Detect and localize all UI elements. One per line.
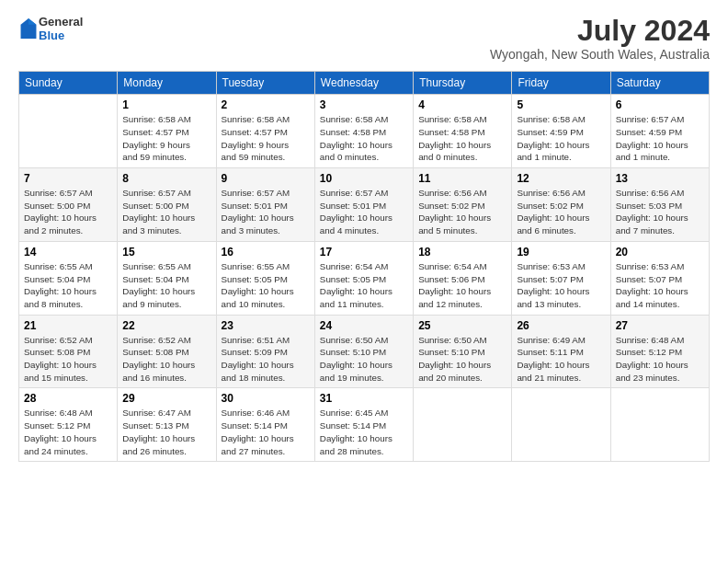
day-number: 13: [616, 172, 704, 185]
day-info: Sunrise: 6:45 AMSunset: 5:14 PMDaylight:…: [320, 407, 408, 457]
day-info: Sunrise: 6:46 AMSunset: 5:14 PMDaylight:…: [222, 407, 310, 457]
calendar-cell: 31Sunrise: 6:45 AMSunset: 5:14 PMDayligh…: [314, 388, 413, 462]
day-number: 20: [616, 246, 704, 259]
day-number: 7: [24, 172, 112, 185]
day-info: Sunrise: 6:58 AMSunset: 4:59 PMDaylight:…: [517, 113, 605, 164]
day-number: 29: [122, 392, 210, 405]
weekday-monday: Monday: [118, 72, 216, 95]
day-info: Sunrise: 6:55 AMSunset: 5:04 PMDaylight:…: [122, 260, 210, 311]
day-number: 4: [418, 98, 506, 111]
weekday-thursday: Thursday: [414, 72, 512, 95]
day-number: 12: [517, 172, 605, 185]
day-info: Sunrise: 6:57 AMSunset: 5:01 PMDaylight:…: [222, 187, 310, 237]
day-info: Sunrise: 6:58 AMSunset: 4:57 PMDaylight:…: [122, 113, 210, 164]
day-number: 19: [517, 246, 605, 259]
day-info: Sunrise: 6:50 AMSunset: 5:10 PMDaylight:…: [320, 334, 408, 385]
calendar-cell: 17Sunrise: 6:54 AMSunset: 5:05 PMDayligh…: [314, 241, 413, 315]
day-info: Sunrise: 6:53 AMSunset: 5:07 PMDaylight:…: [616, 260, 704, 311]
month-year: July 2024: [490, 15, 710, 47]
logo-general-text: General: [39, 15, 83, 29]
day-info: Sunrise: 6:47 AMSunset: 5:13 PMDaylight:…: [122, 407, 210, 457]
weekday-sunday: Sunday: [19, 72, 118, 95]
weekday-header-row: Sunday Monday Tuesday Wednesday Thursday…: [19, 72, 710, 95]
day-info: Sunrise: 6:52 AMSunset: 5:08 PMDaylight:…: [24, 334, 112, 385]
day-number: 23: [222, 319, 310, 332]
calendar-cell: 27Sunrise: 6:48 AMSunset: 5:12 PMDayligh…: [610, 315, 709, 388]
day-info: Sunrise: 6:57 AMSunset: 5:00 PMDaylight:…: [122, 187, 210, 237]
calendar-cell: 20Sunrise: 6:53 AMSunset: 5:07 PMDayligh…: [610, 241, 709, 315]
day-number: 26: [517, 319, 605, 332]
location: Wyongah, New South Wales, Australia: [490, 47, 710, 62]
calendar-cell: 18Sunrise: 6:54 AMSunset: 5:06 PMDayligh…: [414, 241, 512, 315]
day-info: Sunrise: 6:53 AMSunset: 5:07 PMDaylight:…: [517, 260, 605, 311]
calendar-cell: 3Sunrise: 6:58 AMSunset: 4:58 PMDaylight…: [314, 95, 413, 168]
title-section: July 2024 Wyongah, New South Wales, Aust…: [490, 15, 710, 62]
day-info: Sunrise: 6:50 AMSunset: 5:10 PMDaylight:…: [418, 334, 506, 385]
day-info: Sunrise: 6:57 AMSunset: 5:01 PMDaylight:…: [320, 187, 408, 237]
calendar-cell: 23Sunrise: 6:51 AMSunset: 5:09 PMDayligh…: [216, 315, 314, 388]
calendar-cell: 2Sunrise: 6:58 AMSunset: 4:57 PMDaylight…: [216, 95, 314, 168]
weekday-wednesday: Wednesday: [314, 72, 413, 95]
calendar-cell: 6Sunrise: 6:57 AMSunset: 4:59 PMDaylight…: [610, 95, 709, 168]
day-number: 9: [222, 172, 310, 185]
calendar-cell: 14Sunrise: 6:55 AMSunset: 5:04 PMDayligh…: [19, 241, 118, 315]
weekday-friday: Friday: [512, 72, 610, 95]
day-info: Sunrise: 6:57 AMSunset: 4:59 PMDaylight:…: [616, 113, 704, 164]
calendar-cell: 16Sunrise: 6:55 AMSunset: 5:05 PMDayligh…: [216, 241, 314, 315]
calendar-cell: 26Sunrise: 6:49 AMSunset: 5:11 PMDayligh…: [512, 315, 610, 388]
calendar-cell: 13Sunrise: 6:56 AMSunset: 5:03 PMDayligh…: [610, 168, 709, 242]
day-number: 22: [122, 319, 210, 332]
logo-blue-text: Blue: [39, 29, 83, 42]
calendar-cell: [610, 388, 709, 462]
day-number: 11: [418, 172, 506, 185]
day-info: Sunrise: 6:54 AMSunset: 5:06 PMDaylight:…: [418, 260, 506, 311]
day-number: 5: [517, 98, 605, 111]
calendar-cell: 8Sunrise: 6:57 AMSunset: 5:00 PMDaylight…: [118, 168, 216, 242]
day-info: Sunrise: 6:48 AMSunset: 5:12 PMDaylight:…: [616, 334, 704, 385]
day-number: 6: [616, 98, 704, 111]
day-number: 16: [222, 246, 310, 259]
day-number: 24: [320, 319, 408, 332]
day-info: Sunrise: 6:56 AMSunset: 5:02 PMDaylight:…: [517, 187, 605, 237]
day-number: 2: [222, 98, 310, 111]
calendar-cell: 29Sunrise: 6:47 AMSunset: 5:13 PMDayligh…: [118, 388, 216, 462]
day-info: Sunrise: 6:52 AMSunset: 5:08 PMDaylight:…: [122, 334, 210, 385]
day-info: Sunrise: 6:58 AMSunset: 4:58 PMDaylight:…: [418, 113, 506, 164]
day-info: Sunrise: 6:49 AMSunset: 5:11 PMDaylight:…: [517, 334, 605, 385]
calendar-cell: 4Sunrise: 6:58 AMSunset: 4:58 PMDaylight…: [414, 95, 512, 168]
day-number: 18: [418, 246, 506, 259]
calendar-cell: 24Sunrise: 6:50 AMSunset: 5:10 PMDayligh…: [314, 315, 413, 388]
day-info: Sunrise: 6:56 AMSunset: 5:03 PMDaylight:…: [616, 187, 704, 237]
logo: General Blue: [18, 15, 83, 42]
day-info: Sunrise: 6:48 AMSunset: 5:12 PMDaylight:…: [24, 407, 112, 457]
svg-marker-1: [28, 18, 36, 25]
calendar-cell: 10Sunrise: 6:57 AMSunset: 5:01 PMDayligh…: [314, 168, 413, 242]
calendar-cell: 5Sunrise: 6:58 AMSunset: 4:59 PMDaylight…: [512, 95, 610, 168]
header: General Blue July 2024 Wyongah, New Sout…: [18, 15, 710, 62]
day-number: 21: [24, 319, 112, 332]
day-number: 10: [320, 172, 408, 185]
day-number: 27: [616, 319, 704, 332]
day-number: 8: [122, 172, 210, 185]
calendar-cell: 28Sunrise: 6:48 AMSunset: 5:12 PMDayligh…: [19, 388, 118, 462]
calendar-cell: [19, 95, 118, 168]
calendar-cell: 22Sunrise: 6:52 AMSunset: 5:08 PMDayligh…: [118, 315, 216, 388]
day-info: Sunrise: 6:55 AMSunset: 5:04 PMDaylight:…: [24, 260, 112, 311]
calendar-cell: [414, 388, 512, 462]
day-info: Sunrise: 6:51 AMSunset: 5:09 PMDaylight:…: [222, 334, 310, 385]
calendar-cell: 21Sunrise: 6:52 AMSunset: 5:08 PMDayligh…: [19, 315, 118, 388]
calendar-table: Sunday Monday Tuesday Wednesday Thursday…: [18, 71, 710, 462]
calendar-cell: 7Sunrise: 6:57 AMSunset: 5:00 PMDaylight…: [19, 168, 118, 242]
calendar-cell: 19Sunrise: 6:53 AMSunset: 5:07 PMDayligh…: [512, 241, 610, 315]
calendar-cell: 25Sunrise: 6:50 AMSunset: 5:10 PMDayligh…: [414, 315, 512, 388]
day-info: Sunrise: 6:58 AMSunset: 4:58 PMDaylight:…: [320, 113, 408, 164]
day-number: 28: [24, 392, 112, 405]
day-number: 3: [320, 98, 408, 111]
weekday-saturday: Saturday: [610, 72, 709, 95]
calendar-cell: 11Sunrise: 6:56 AMSunset: 5:02 PMDayligh…: [414, 168, 512, 242]
day-number: 30: [222, 392, 310, 405]
day-info: Sunrise: 6:55 AMSunset: 5:05 PMDaylight:…: [222, 260, 310, 311]
day-number: 15: [122, 246, 210, 259]
page: General Blue July 2024 Wyongah, New Sout…: [0, 0, 728, 471]
day-number: 25: [418, 319, 506, 332]
